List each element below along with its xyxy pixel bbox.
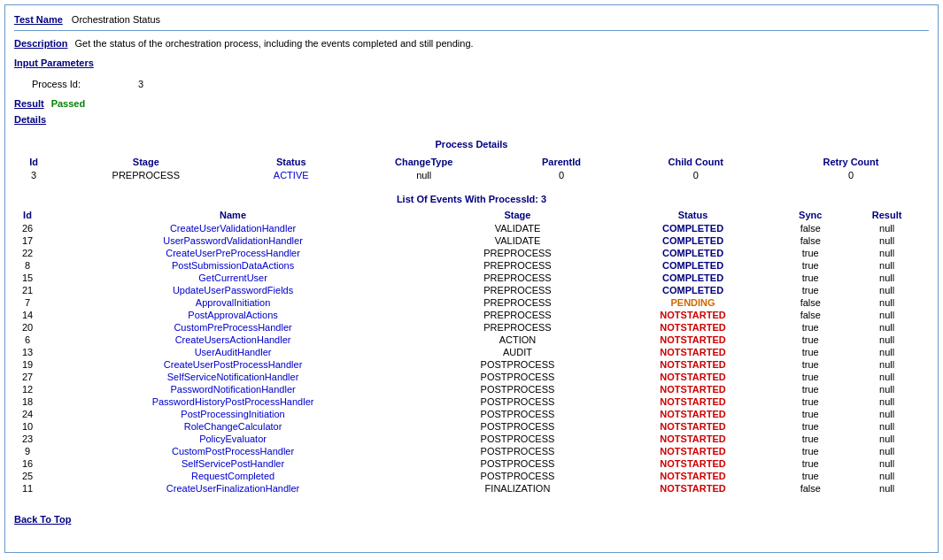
- event-result: null: [845, 433, 929, 445]
- event-sync: true: [776, 259, 845, 272]
- process-col-changetype: ChangeType: [344, 155, 505, 169]
- input-params-section: Input Parameters Process Id: 3: [14, 58, 929, 89]
- event-name: PasswordNotificationHandler: [41, 383, 425, 395]
- events-col-status: Status: [610, 208, 776, 222]
- back-to-top-link[interactable]: Back To Top: [14, 514, 71, 525]
- event-sync: true: [776, 433, 845, 445]
- description-value: Get the status of the orchestration proc…: [75, 38, 474, 49]
- event-status: COMPLETED: [610, 247, 776, 259]
- event-name: GetCurrentUser: [41, 272, 425, 284]
- event-stage: PREPROCESS: [425, 284, 610, 296]
- table-row: 22 CreateUserPreProcessHandler PREPROCES…: [14, 247, 929, 259]
- process-id: 3: [14, 169, 53, 181]
- process-id-label: Process Id:: [32, 79, 138, 89]
- table-row: 10 RoleChangeCalculator POSTPROCESS NOTS…: [14, 420, 929, 433]
- event-name: CreateUserPostProcessHandler: [41, 358, 425, 371]
- table-row: 24 PostProcessingInitiation POSTPROCESS …: [14, 408, 929, 420]
- table-row: 12 PasswordNotificationHandler POSTPROCE…: [14, 383, 929, 395]
- event-id: 18: [14, 395, 41, 408]
- table-row: 17 UserPasswordValidationHandler VALIDAT…: [14, 234, 929, 247]
- details-section: Details Process Details Id Stage Status …: [14, 114, 929, 495]
- event-status: NOTSTARTED: [610, 457, 776, 470]
- input-params-label[interactable]: Input Parameters: [14, 58, 94, 68]
- event-result: null: [845, 247, 929, 259]
- event-status: NOTSTARTED: [610, 346, 776, 358]
- event-stage: PREPROCESS: [425, 309, 610, 321]
- table-row: 8 PostSubmissionDataActions PREPROCESS C…: [14, 259, 929, 272]
- event-name: SelfServicePostHandler: [41, 457, 425, 470]
- process-col-id: Id: [14, 155, 53, 169]
- table-row: 27 SelfServiceNotificationHandler POSTPR…: [14, 371, 929, 383]
- event-stage: ACTION: [425, 334, 610, 346]
- event-name: UserAuditHandler: [41, 346, 425, 358]
- process-col-parentid: ParentId: [504, 155, 618, 169]
- event-sync: true: [776, 334, 845, 346]
- events-table-header-row: Id Name Stage Status Sync Result: [14, 208, 929, 222]
- event-sync: false: [776, 296, 845, 309]
- event-result: null: [845, 272, 929, 284]
- process-childcount: 0: [619, 169, 773, 181]
- process-col-stage: Stage: [53, 155, 238, 169]
- event-result: null: [845, 482, 929, 495]
- event-id: 23: [14, 433, 41, 445]
- events-col-name: Name: [41, 208, 425, 222]
- event-id: 10: [14, 420, 41, 433]
- event-sync: true: [776, 346, 845, 358]
- event-result: null: [845, 222, 929, 234]
- event-name: PolicyEvaluator: [41, 433, 425, 445]
- table-row: 26 CreateUserValidationHandler VALIDATE …: [14, 222, 929, 234]
- table-row: 21 UpdateUserPasswordFields PREPROCESS C…: [14, 284, 929, 296]
- event-result: null: [845, 234, 929, 247]
- event-status: NOTSTARTED: [610, 433, 776, 445]
- event-stage: POSTPROCESS: [425, 445, 610, 457]
- result-row: Result Passed: [14, 98, 929, 109]
- event-stage: POSTPROCESS: [425, 371, 610, 383]
- event-stage: PREPROCESS: [425, 321, 610, 334]
- event-sync: false: [776, 482, 845, 495]
- process-changetype: null: [344, 169, 505, 181]
- table-row: 19 CreateUserPostProcessHandler POSTPROC…: [14, 358, 929, 371]
- event-status: COMPLETED: [610, 272, 776, 284]
- process-stage: PREPROCESS: [53, 169, 238, 181]
- table-row: 15 GetCurrentUser PREPROCESS COMPLETED t…: [14, 272, 929, 284]
- process-parentid: 0: [504, 169, 618, 181]
- event-stage: PREPROCESS: [425, 272, 610, 284]
- event-stage: POSTPROCESS: [425, 433, 610, 445]
- event-name: CreateUserFinalizationHandler: [41, 482, 425, 495]
- description-row: Description Get the status of the orches…: [14, 38, 929, 49]
- event-sync: false: [776, 222, 845, 234]
- event-status: NOTSTARTED: [610, 470, 776, 482]
- event-name: PostSubmissionDataActions: [41, 259, 425, 272]
- event-id: 15: [14, 272, 41, 284]
- event-id: 19: [14, 358, 41, 371]
- details-label[interactable]: Details: [14, 114, 46, 125]
- event-name: CreateUserValidationHandler: [41, 222, 425, 234]
- process-table: Id Stage Status ChangeType ParentId Chil…: [14, 155, 929, 181]
- description-label: Description: [14, 38, 68, 49]
- event-id: 25: [14, 470, 41, 482]
- events-col-id: Id: [14, 208, 41, 222]
- process-table-header-row: Id Stage Status ChangeType ParentId Chil…: [14, 155, 929, 169]
- event-stage: POSTPROCESS: [425, 420, 610, 433]
- event-id: 14: [14, 309, 41, 321]
- event-stage: VALIDATE: [425, 234, 610, 247]
- event-sync: true: [776, 272, 845, 284]
- event-sync: true: [776, 420, 845, 433]
- event-sync: true: [776, 470, 845, 482]
- event-name: RoleChangeCalculator: [41, 420, 425, 433]
- event-stage: POSTPROCESS: [425, 395, 610, 408]
- event-name: CreateUserPreProcessHandler: [41, 247, 425, 259]
- event-status: NOTSTARTED: [610, 482, 776, 495]
- table-row: 14 PostApprovalActions PREPROCESS NOTSTA…: [14, 309, 929, 321]
- event-id: 21: [14, 284, 41, 296]
- result-value: Passed: [51, 98, 86, 109]
- event-id: 20: [14, 321, 41, 334]
- event-sync: true: [776, 445, 845, 457]
- events-col-stage: Stage: [425, 208, 610, 222]
- event-stage: AUDIT: [425, 346, 610, 358]
- event-sync: false: [776, 309, 845, 321]
- event-id: 9: [14, 445, 41, 457]
- event-id: 6: [14, 334, 41, 346]
- event-status: COMPLETED: [610, 259, 776, 272]
- event-stage: POSTPROCESS: [425, 383, 610, 395]
